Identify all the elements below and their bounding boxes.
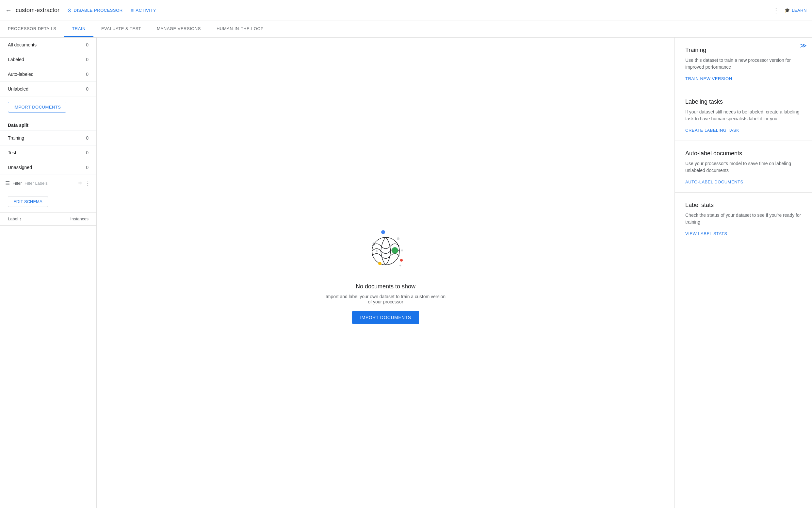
tab-human-in-the-loop[interactable]: HUMAN-IN-THE-LOOP [209,21,271,37]
app-header: ← custom-extractor ⊙ DISABLE PROCESSOR ≡… [0,0,812,21]
empty-state: ✦ ✦ No documents to show Import and labe… [313,211,458,334]
auto-label-desc: Use your processor's model to save time … [685,160,802,174]
filter-add-button[interactable]: + [78,180,82,187]
empty-illustration: ✦ ✦ [359,222,412,274]
training-count: 0 [86,135,88,141]
sort-icon[interactable]: ↑ [20,216,22,221]
auto-labeled-label: Auto-labeled [8,72,34,77]
auto-label-title: Auto-label documents [685,150,802,157]
label-stats-desc: Check the status of your dataset to see … [685,212,802,225]
filter-label: Filter [12,181,22,186]
training-row: Training 0 [0,131,96,145]
label-stats-title: Label stats [685,202,802,209]
all-documents-row: All documents 0 [0,37,96,52]
svg-text:✦: ✦ [372,242,375,245]
tab-evaluate-test[interactable]: EVALUATE & TEST [93,21,149,37]
unassigned-row: Unassigned 0 [0,160,96,175]
svg-point-2 [376,250,378,252]
filter-row: ☰ Filter Filter Labels + ⋮ [0,175,96,191]
svg-text:✦: ✦ [399,264,401,267]
test-count: 0 [86,150,88,155]
center-content: ✦ ✦ No documents to show Import and labe… [97,37,675,508]
svg-point-6 [378,262,381,265]
back-button[interactable]: ← [5,6,12,14]
empty-subtitle: Import and label your own dataset to tra… [324,294,448,304]
import-documents-main-button[interactable]: IMPORT DOCUMENTS [352,311,419,324]
labeling-tasks-title: Labeling tasks [685,99,802,105]
filter-more-button[interactable]: ⋮ [85,179,91,187]
tabs-bar: PROCESSOR DETAILS TRAIN EVALUATE & TEST … [0,21,812,37]
activity-icon: ≡ [130,7,134,14]
label-header-row: Label ↑ Instances [0,213,96,225]
learn-icon: 🎓 [785,8,790,13]
filter-labels-text[interactable]: Filter Labels [25,181,76,186]
test-label: Test [8,150,16,155]
page-title: custom-extractor [16,7,59,14]
right-panel: ≫ Training Use this dataset to train a n… [675,37,812,508]
svg-point-3 [401,249,403,251]
test-row: Test 0 [0,145,96,160]
create-labeling-task-link[interactable]: CREATE LABELING TASK [685,128,739,133]
svg-point-7 [400,259,403,262]
import-btn-row: IMPORT DOCUMENTS [0,97,96,118]
svg-point-1 [397,237,400,240]
doc-counts-section: All documents 0 Labeled 0 Auto-labeled 0… [0,37,96,97]
tab-processor-details[interactable]: PROCESSOR DETAILS [0,21,64,37]
training-section-title: Training [685,47,802,54]
more-options-button[interactable]: ⋮ [773,6,779,15]
svg-point-5 [392,247,398,254]
instances-col-text: Instances [70,216,88,221]
disable-processor-button[interactable]: ⊙ DISABLE PROCESSOR [67,7,123,14]
labeled-label: Labeled [8,57,24,62]
training-label: Training [8,135,24,141]
auto-label-documents-link[interactable]: AUTO-LABEL DOCUMENTS [685,180,744,184]
activity-button[interactable]: ≡ ACTIVITY [130,7,156,14]
data-split-header: Data split [0,118,96,131]
unlabeled-count: 0 [86,86,88,91]
main-layout: All documents 0 Labeled 0 Auto-labeled 0… [0,37,812,508]
disable-processor-icon: ⊙ [67,7,72,14]
all-documents-count: 0 [86,42,88,47]
labeling-tasks-desc: If your dataset still needs to be labele… [685,109,802,122]
label-sort-header: Label ↑ [8,216,22,221]
import-documents-button[interactable]: IMPORT DOCUMENTS [8,102,66,112]
header-right: ⋮ 🎓 LEARN [773,6,807,15]
label-col-text: Label [8,216,18,221]
unlabeled-row: Unlabeled 0 [0,82,96,97]
all-documents-label: All documents [8,42,36,47]
svg-point-0 [381,230,385,234]
learn-button[interactable]: 🎓 LEARN [785,8,807,13]
tab-train[interactable]: TRAIN [64,21,93,37]
labeling-tasks-section: Labeling tasks If your dataset still nee… [675,89,812,141]
auto-labeled-count: 0 [86,72,88,77]
collapse-panel-button[interactable]: ≫ [800,42,807,49]
label-stats-section: Label stats Check the status of your dat… [675,193,812,244]
tab-manage-versions[interactable]: MANAGE VERSIONS [149,21,209,37]
train-new-version-link[interactable]: TRAIN NEW VERSION [685,76,732,81]
labeled-count: 0 [86,57,88,62]
unlabeled-label: Unlabeled [8,86,28,91]
view-label-stats-link[interactable]: VIEW LABEL STATS [685,231,727,236]
auto-label-section: Auto-label documents Use your processor'… [675,141,812,193]
filter-icon: ☰ [5,180,10,186]
edit-schema-button[interactable]: EDIT SCHEMA [8,196,48,207]
unassigned-label: Unassigned [8,165,32,170]
empty-title: No documents to show [356,283,415,290]
edit-schema-row: EDIT SCHEMA [0,191,96,213]
training-section-desc: Use this dataset to train a new processo… [685,57,802,71]
left-sidebar: All documents 0 Labeled 0 Auto-labeled 0… [0,37,97,508]
labeled-row: Labeled 0 [0,52,96,67]
header-actions: ⊙ DISABLE PROCESSOR ≡ ACTIVITY [67,7,156,14]
unassigned-count: 0 [86,165,88,170]
auto-labeled-row: Auto-labeled 0 [0,67,96,82]
training-section: Training Use this dataset to train a new… [675,37,812,89]
